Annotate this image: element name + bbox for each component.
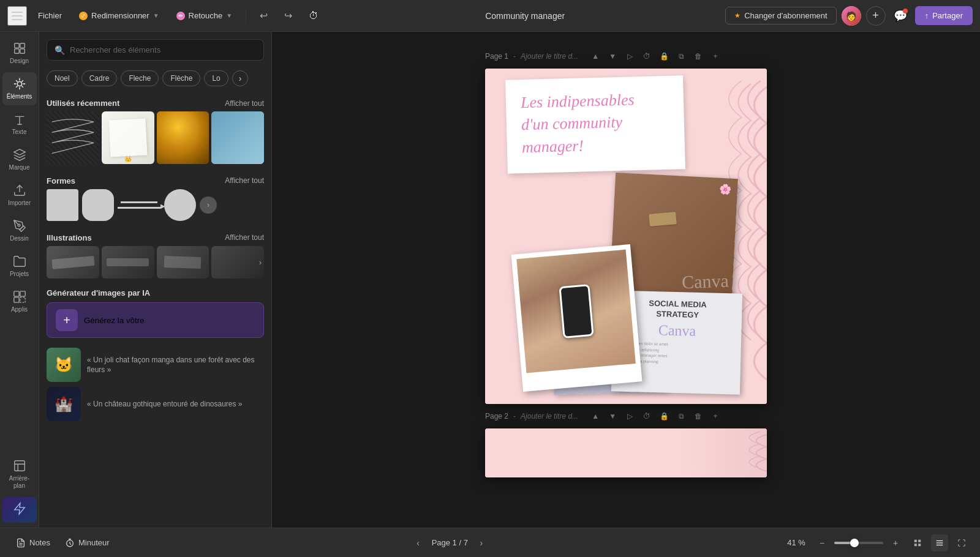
- page-2-lock[interactable]: 🔒: [657, 409, 671, 424]
- tag-fleche[interactable]: Fleche: [121, 70, 159, 86]
- illust-item-2[interactable]: [102, 246, 154, 279]
- shape-rounded-item[interactable]: [82, 189, 114, 221]
- subscribe-label: Changer d'abonnement: [744, 11, 827, 20]
- left-panel: 🔍 Noel Cadre Fleche Flèche Lo › Utilisés…: [39, 32, 272, 528]
- page-1-add[interactable]: +: [708, 49, 723, 64]
- illust-item-1[interactable]: [47, 246, 99, 279]
- sidebar-item-apps[interactable]: Applis: [2, 285, 37, 318]
- sidebar-projects-label: Projets: [10, 271, 29, 278]
- tag-lo[interactable]: Lo: [204, 70, 228, 86]
- shape-circle-item[interactable]: [164, 189, 196, 221]
- illustrations-show-all[interactable]: Afficher tout: [225, 233, 264, 242]
- subscribe-button[interactable]: ★ Changer d'abonnement: [725, 7, 836, 24]
- prev-page-button[interactable]: ‹: [410, 534, 427, 551]
- page-1-move-up[interactable]: ▲: [588, 49, 603, 64]
- sidebar-item-text[interactable]: Texte: [2, 108, 37, 141]
- page-1-delete[interactable]: 🗑: [691, 49, 706, 64]
- search-icon: 🔍: [55, 45, 65, 55]
- sidebar-item-elements[interactable]: Éléments: [2, 72, 37, 105]
- page-indicator: Page 1 / 7: [432, 538, 468, 547]
- illust-item-4[interactable]: ›: [211, 246, 264, 279]
- resize-button[interactable]: ⤢ Redimensionner ▼: [73, 7, 165, 24]
- page-1-title[interactable]: Ajouter le titre d...: [521, 52, 578, 61]
- canvas-scroll[interactable]: Page 1 - Ajouter le titre d... ▲ ▼ ▷ ⏱ 🔒…: [272, 32, 980, 528]
- page-2-add[interactable]: +: [708, 409, 723, 424]
- page-2-number: Page 2: [485, 412, 508, 421]
- page-2-move-up[interactable]: ▲: [588, 409, 603, 424]
- redo-button[interactable]: ↪: [278, 6, 298, 26]
- shape-circle: [164, 189, 196, 221]
- sidebar-item-projects[interactable]: Projets: [2, 250, 37, 283]
- illust-item-3[interactable]: [157, 246, 209, 279]
- zoom-in-button[interactable]: +: [887, 534, 904, 551]
- timer-button-bottom[interactable]: Minuteur: [59, 534, 116, 551]
- next-page-button[interactable]: ›: [473, 534, 490, 551]
- recent-item-3[interactable]: [157, 111, 209, 164]
- tag-more-button[interactable]: ›: [232, 70, 249, 86]
- page-1-number: Page 1: [485, 52, 508, 61]
- shape-more-button[interactable]: ›: [200, 196, 217, 214]
- ai-example-item-2[interactable]: 🏰 « Un château gothique entouré de dinos…: [47, 387, 264, 421]
- grid-view-button[interactable]: [909, 534, 926, 551]
- page-1-lock[interactable]: 🔒: [657, 49, 671, 64]
- tag-fleche2[interactable]: Flèche: [162, 70, 200, 86]
- recent-show-all[interactable]: Afficher tout: [225, 99, 264, 108]
- sidebar-item-assistant[interactable]: [2, 497, 37, 523]
- sidebar-item-draw[interactable]: Dessin: [2, 214, 37, 247]
- svg-rect-14: [914, 544, 917, 546]
- ai-example-item-1[interactable]: 🐱 « Un joli chat façon manga dans une fo…: [47, 348, 264, 382]
- shape-line: [121, 201, 157, 203]
- avatar[interactable]: 🧑: [842, 6, 861, 26]
- tag-noel[interactable]: Noel: [47, 70, 78, 86]
- recent-item-2[interactable]: 👑: [102, 111, 154, 164]
- tape-decoration: [649, 212, 677, 226]
- timer-button[interactable]: ⏱: [303, 7, 325, 25]
- page-2-timing[interactable]: ⏱: [639, 409, 654, 424]
- recent-item-4[interactable]: [211, 111, 264, 164]
- page-2-animate[interactable]: ▷: [622, 409, 637, 424]
- sidebar-item-design[interactable]: Design: [2, 37, 37, 70]
- zoom-thumb[interactable]: [850, 539, 859, 547]
- page-1-timing[interactable]: ⏱: [639, 49, 654, 64]
- page-2-delete[interactable]: 🗑: [691, 409, 706, 424]
- fullscreen-button[interactable]: [953, 534, 970, 551]
- svg-rect-1: [20, 43, 24, 48]
- notes-button[interactable]: Notes: [10, 534, 56, 551]
- share-button[interactable]: ↑ Partager: [915, 6, 973, 25]
- flower-decoration: 🌸: [719, 183, 732, 195]
- zoom-track[interactable]: [834, 542, 883, 544]
- sidebar-item-import[interactable]: Importer: [2, 179, 37, 212]
- list-view-button[interactable]: [931, 534, 948, 551]
- notifications-button[interactable]: 💬: [891, 6, 910, 26]
- page-1-duplicate[interactable]: ⧉: [674, 49, 688, 64]
- sidebar-draw-label: Dessin: [10, 235, 29, 242]
- ai-example-text-1: « Un joli chat façon manga dans une forê…: [87, 355, 264, 376]
- tag-cadre[interactable]: Cadre: [81, 70, 118, 86]
- menu-icon-button[interactable]: [7, 6, 27, 26]
- search-input[interactable]: [70, 40, 256, 60]
- shape-square-item[interactable]: [47, 189, 78, 221]
- zoom-out-button[interactable]: −: [813, 534, 831, 551]
- resize-icon: ⤢: [79, 12, 88, 20]
- page-1-animate[interactable]: ▷: [622, 49, 637, 64]
- share-icon: ↑: [925, 11, 929, 20]
- recent-item-1[interactable]: [47, 111, 99, 164]
- canvas-page-2[interactable]: [485, 428, 767, 477]
- add-collaborator-button[interactable]: +: [866, 6, 886, 26]
- page-1-move-down[interactable]: ▼: [605, 49, 620, 64]
- retouch-button[interactable]: ✏ Retouche ▼: [170, 7, 239, 24]
- shapes-show-all[interactable]: Afficher tout: [225, 176, 264, 185]
- undo-button[interactable]: ↩: [254, 6, 273, 26]
- sidebar-item-brand[interactable]: Marque: [2, 143, 37, 176]
- svg-point-5: [18, 224, 20, 226]
- page-1-controls: ▲ ▼ ▷ ⏱ 🔒 ⧉ 🗑 +: [588, 49, 723, 64]
- sidebar-item-background[interactable]: Arrière-plan: [2, 454, 37, 495]
- ai-generate-button[interactable]: + Générez la vôtre: [47, 302, 264, 338]
- page-2-duplicate[interactable]: ⧉: [674, 409, 688, 424]
- page-2-move-down[interactable]: ▼: [605, 409, 620, 424]
- canvas-page-1[interactable]: Les indipensables d'un community manager…: [485, 69, 767, 404]
- shape-line-item[interactable]: [118, 201, 160, 209]
- file-menu-button[interactable]: Fichier: [32, 7, 68, 24]
- page-2-title[interactable]: Ajouter le titre d...: [521, 412, 578, 421]
- page-2-controls: ▲ ▼ ▷ ⏱ 🔒 ⧉ 🗑 +: [588, 409, 723, 424]
